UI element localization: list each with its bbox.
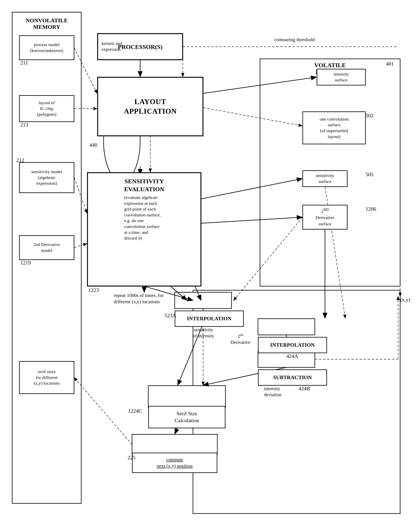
ref-225: 225	[128, 455, 136, 461]
svg-line-36	[201, 179, 302, 199]
serif-sizes-box: serif sizes for different (x,y) location…	[19, 361, 74, 394]
subtraction-label: SUBTRACTION	[273, 374, 312, 381]
layout-ic-box: layout of IC chip (polygons)	[19, 95, 74, 122]
layout-application-box: LAYOUT APPLICATION	[97, 77, 203, 136]
svg-line-55	[233, 217, 303, 300]
ref-213: 213	[20, 122, 28, 128]
interpolation-523a-box: INTERPOLATION	[175, 311, 244, 327]
ref-1219: 1219	[20, 260, 31, 266]
one-convolution-label: one convolution surface (of unperturbed …	[320, 116, 348, 139]
svg-line-51	[74, 48, 97, 93]
ref-211-text: 211	[20, 60, 28, 66]
nonvolatile-memory-label: NONVOLATILE MEMORY	[26, 17, 68, 30]
repeat-text: repeat 1000s of times, for different (x,…	[114, 293, 164, 304]
svg-line-32	[203, 77, 316, 93]
sensitivity-of-intensity-label: sensitivity of intensity	[193, 327, 214, 339]
svg-rect-13	[132, 434, 217, 455]
ref-523a: 523A	[164, 313, 176, 319]
sensitivity-evaluation-box: SENSITIVITY EVALUATION (evaluate algebra…	[87, 172, 201, 286]
layout-ic-label: layout of IC chip (polygons)	[37, 100, 56, 117]
ref-213-text: 213	[20, 122, 28, 128]
ref-212-text: 212	[16, 157, 24, 163]
ref-1206-text: 1206	[366, 206, 376, 212]
ref-1224c: 1224C	[128, 408, 142, 414]
ref-440: 440	[89, 142, 97, 148]
ref-401-text: 401	[386, 61, 394, 67]
second-derivative-surface-box: 2ND Derivative surface	[303, 205, 347, 229]
ref-401: 401	[386, 61, 394, 67]
ref-440-text: 440	[89, 142, 97, 148]
svg-line-34	[74, 178, 87, 213]
kernels-expression-label: kernels and expression	[102, 41, 122, 52]
ref-505-text: 505	[366, 171, 373, 177]
second-derivative-label: 2nd Derivative	[231, 333, 250, 345]
xy-label: (x,y)	[400, 296, 410, 303]
ref-505: 505	[366, 171, 373, 178]
processors-label: PROCESSOR(S)	[118, 43, 163, 51]
compute-next-label: computenext (x,y) position	[157, 456, 193, 469]
svg-line-41	[195, 286, 201, 300]
sensitivity-model-box: sensitivity model (algebraic expression)	[19, 162, 74, 193]
one-convolution-box: one convolution surface (of unperturbed …	[303, 112, 366, 144]
ref-1224c-text: 1224C	[128, 408, 142, 414]
svg-line-40	[171, 286, 187, 300]
ref-424a: 424A	[286, 353, 298, 359]
ref-523a-text: 523A	[164, 313, 176, 318]
svg-line-50	[74, 377, 132, 444]
interpolation-523a-label: INTERPOLATION	[187, 315, 231, 322]
ref-1206: 1206	[366, 206, 376, 212]
contouring-threshold-text: contouring threshold	[274, 37, 315, 42]
xy-text: (x,y)	[400, 297, 410, 303]
intensity-deviation-label: intensity deviation	[264, 386, 281, 398]
svg-rect-10	[258, 319, 315, 335]
second-derivative-surface-label: 2ND Derivative surface	[316, 207, 335, 227]
ref-424b: 424B	[299, 386, 310, 392]
sensitivity-model-label: sensitivity model (algebraic expression)	[32, 169, 62, 186]
svg-line-35	[74, 244, 87, 248]
nonvolatile-memory-title: NONVOLATILE MEMORY	[12, 12, 81, 35]
sensitivity-eval-title: SENSITIVITY EVALUATION	[124, 177, 164, 193]
svg-line-37	[201, 217, 302, 223]
kernels-expression-text: kernels and expression	[102, 41, 122, 52]
svg-rect-9	[175, 292, 232, 308]
ref-211: 211	[20, 60, 28, 66]
svg-rect-12	[148, 386, 225, 408]
ref-225-text: 225	[128, 455, 136, 461]
process-model-label: process model (known/unknown)	[30, 42, 63, 53]
layout-application-label: LAYOUT APPLICATION	[124, 97, 177, 116]
ref-1219-text: 1219	[20, 260, 31, 266]
process-model-box: process model (known/unknown)	[19, 35, 74, 60]
interpolation-424a-box: INTERPOLATION	[258, 337, 327, 353]
repeat-label: repeat 1000s of times, for different (x,…	[114, 292, 164, 305]
sensitivity-surface-label: sensitivity surface	[316, 173, 334, 184]
sensitivity-of-intensity-text: sensitivity of intensity	[193, 327, 214, 338]
sensitivity-eval-desc: (evaluate algebraic expression at each g…	[124, 195, 164, 241]
sensitivity-surface-box: sensitivity surface	[303, 170, 347, 187]
serif-size-calc-label: Serif Size Calculation	[175, 410, 199, 424]
second-derivative-model-box: 2nd Derivative model	[19, 236, 74, 260]
diagram: NONVOLATILE MEMORY process model (known/…	[0, 0, 418, 532]
ref-424a-text: 424A	[286, 353, 298, 359]
intensity-surface-label: intensity surface	[334, 71, 349, 83]
interpolation-424a-label: INTERPOLATION	[270, 342, 315, 349]
intensity-deviation-text: intensity deviation	[264, 386, 281, 397]
ref-424b-text: 424B	[299, 386, 310, 392]
subtraction-box: SUBTRACTION	[258, 369, 327, 386]
ref-502: 502	[366, 113, 373, 119]
ref-212: 212	[16, 157, 24, 163]
serif-size-calc-box: Serif Size Calculation	[148, 406, 225, 428]
compute-next-box: computenext (x,y) position	[132, 453, 217, 473]
ref-1223-text: 1223	[88, 287, 99, 293]
ref-502-text: 502	[366, 113, 373, 119]
second-derivative-model-label: 2nd Derivative model	[33, 242, 60, 253]
svg-line-33	[203, 108, 302, 126]
intensity-surface-box: intensity surface	[317, 69, 366, 85]
serif-sizes-label: serif sizes for different (x,y) location…	[34, 369, 59, 386]
second-derivative-label-text: 2nd Derivative	[231, 334, 250, 345]
contouring-threshold-label: contouring threshold	[274, 36, 315, 43]
ref-1223: 1223	[88, 287, 99, 293]
